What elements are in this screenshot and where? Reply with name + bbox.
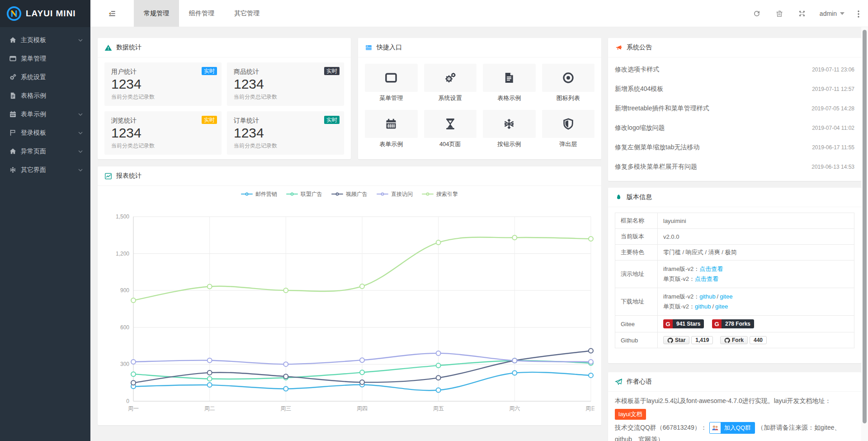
report-line-chart: 03006009001,2001,500周一周二周三周四周五周六周日	[104, 202, 594, 415]
shield-icon	[562, 118, 575, 130]
tab-general-manage[interactable]: 常规管理	[134, 0, 179, 27]
card-title: 数据统计	[116, 43, 142, 52]
author-line: 技术交流QQ群（667813249）：加入QQ群（加群请备注来源：如gitee、…	[615, 422, 854, 441]
svg-text:周二: 周二	[204, 405, 215, 412]
quick-menu-manage[interactable]: 菜单管理	[365, 64, 418, 104]
more-menu-icon[interactable]	[855, 9, 862, 18]
quick-popup-layer[interactable]: 弹出层	[542, 110, 595, 151]
quick-grid: 菜单管理 系统设置 表格示例 图标列表 表单示例 404页面	[358, 57, 601, 157]
announcements-header: 系统公告	[608, 38, 861, 57]
sidebar-item-label: 其它界面	[21, 166, 78, 174]
legend-item[interactable]: 联盟广告	[286, 190, 322, 198]
tab-component-manage[interactable]: 组件管理	[179, 0, 224, 27]
gitee-logo-icon: G	[663, 319, 673, 328]
card-title: 版本信息	[627, 193, 652, 201]
github-star-button[interactable]: Star	[663, 336, 689, 344]
version-row-value: v2.0.0	[658, 229, 854, 245]
stat-value: 1234	[234, 125, 337, 141]
sidebar-item-login-template[interactable]: 登录模板	[0, 123, 90, 142]
main-content: 数据统计 用户统计 1234 当前分类总记录数 实时 商品统计 1234 当前分…	[90, 27, 868, 441]
sidebar-item-table-demo[interactable]: 表格示例	[0, 86, 90, 105]
demo-iframe-link[interactable]: 点击查看	[699, 266, 723, 272]
caret-down-icon	[840, 12, 844, 15]
layui-logo-icon	[6, 6, 22, 21]
version-header: 版本信息	[608, 188, 861, 207]
announcement-item[interactable]: 新增系统404模板 2019-07-11 12:57	[615, 79, 854, 99]
announcement-item[interactable]: 新增treetable插件和菜单管理样式 2019-07-05 14:28	[615, 99, 854, 118]
legend-item[interactable]: 搜索引擎	[422, 190, 458, 198]
sidebar: LAYUI MINI 主页模板 菜单管理 系统设置 表格示例 表单示例 登录模板	[0, 0, 90, 441]
username: admin	[820, 10, 837, 17]
window-icon	[385, 71, 397, 84]
refresh-icon[interactable]	[753, 9, 761, 18]
join-qq-group-badge[interactable]: 加入QQ群	[709, 422, 755, 434]
sidebar-item-menu-manage[interactable]: 菜单管理	[0, 49, 90, 68]
quick-form-demo[interactable]: 表单示例	[365, 110, 418, 151]
sidebar-item-other-ui[interactable]: 其它界面	[0, 161, 90, 179]
stat-label: 用户统计	[111, 67, 215, 76]
github-star-count[interactable]: 1,419	[691, 336, 713, 344]
announcement-item[interactable]: 修改选项卡样式 2019-07-11 23:06	[615, 60, 854, 79]
snowflake-icon	[9, 166, 17, 174]
user-menu[interactable]: admin	[820, 10, 844, 17]
svg-text:900: 900	[120, 287, 129, 294]
hourglass-icon	[444, 118, 457, 130]
stat-desc: 当前分类总记录数	[111, 92, 215, 101]
version-row-label: Gitee	[615, 316, 658, 332]
card-title: 快捷入口	[377, 43, 402, 52]
stats-grid: 用户统计 1234 当前分类总记录数 实时 商品统计 1234 当前分类总记录数…	[98, 57, 351, 160]
stat-label: 浏览统计	[111, 116, 215, 125]
tab-other-manage[interactable]: 其它管理	[224, 0, 269, 27]
announcement-item[interactable]: 修复左侧菜单缩放tab无法移动 2019-06-17 11:55	[615, 138, 854, 157]
download-github-link[interactable]: github	[699, 293, 715, 300]
clear-cache-icon[interactable]	[775, 9, 783, 18]
github-fork-button[interactable]: Fork	[720, 336, 748, 344]
announcements-card: 系统公告 修改选项卡样式 2019-07-11 23:06 新增系统404模板 …	[608, 38, 861, 181]
sidebar-item-label: 系统设置	[21, 73, 83, 81]
legend-item[interactable]: 直接访问	[377, 190, 413, 198]
quick-table-demo[interactable]: 表格示例	[483, 64, 536, 104]
version-table: 框架名称 layuimini 当前版本 v2.0.0 主要特色 零门槛 / 响应…	[615, 213, 854, 348]
quick-404-page[interactable]: 404页面	[424, 110, 477, 151]
fullscreen-icon[interactable]	[798, 9, 806, 18]
qq-group-icon	[710, 422, 721, 433]
announcement-item[interactable]: 修复多模块菜单栏展开有问题 2019-06-13 14:53	[615, 157, 854, 176]
version-row-label: Github	[615, 332, 658, 348]
svg-text:0: 0	[126, 398, 129, 404]
legend-item[interactable]: 视频广告	[331, 190, 368, 198]
sidebar-item-label: 菜单管理	[21, 55, 83, 63]
octocat-icon	[724, 337, 730, 343]
author-line: 本模板基于layui2.5.4以及font-awesome-4.7.0进行实现。…	[615, 395, 854, 407]
sidebar-item-form-demo[interactable]: 表单示例	[0, 105, 90, 123]
stat-desc: 当前分类总记录数	[234, 92, 337, 101]
sidebar-toggle-button[interactable]	[90, 0, 134, 27]
sidebar-item-system-settings[interactable]: 系统设置	[0, 68, 90, 86]
sidebar-item-home-template[interactable]: 主页模板	[0, 31, 90, 49]
chevron-down-icon	[78, 167, 83, 173]
download-gitee-link[interactable]: gitee	[715, 303, 728, 310]
svg-text:周三: 周三	[280, 405, 291, 412]
github-fork-count[interactable]: 440	[750, 336, 767, 344]
data-stats-card: 数据统计 用户统计 1234 当前分类总记录数 实时 商品统计 1234 当前分…	[98, 38, 351, 159]
header-tabs: 常规管理 组件管理 其它管理	[134, 0, 269, 27]
svg-text:周六: 周六	[509, 405, 520, 412]
legend-item[interactable]: 邮件营销	[241, 190, 277, 198]
gitee-stars-badge[interactable]: G941 Stars	[663, 319, 704, 328]
download-github-link[interactable]: github	[695, 303, 711, 310]
layui-doc-badge[interactable]: layui文档	[615, 409, 646, 420]
app-logo: LAYUI MINI	[0, 0, 90, 27]
gitee-forks-badge[interactable]: G278 Forks	[712, 319, 754, 328]
quick-system-settings[interactable]: 系统设置	[424, 64, 477, 104]
demo-spa-link[interactable]: 点击查看	[695, 275, 718, 282]
stat-desc: 当前分类总记录数	[234, 141, 337, 150]
status-badge: 实时	[324, 67, 340, 75]
download-gitee-link[interactable]: gitee	[720, 293, 732, 300]
scrollbar-thumb[interactable]	[863, 30, 867, 423]
status-badge: 实时	[202, 67, 217, 75]
announcement-item[interactable]: 修改logo缩放问题 2019-07-04 11:02	[615, 118, 854, 138]
quick-button-demo[interactable]: 按钮示例	[483, 110, 536, 151]
sidebar-item-error-pages[interactable]: 异常页面	[0, 142, 90, 161]
version-row-value: iframe版-v2：点击查看 单页版-v2：点击查看	[658, 261, 854, 288]
quick-icon-list[interactable]: 图标列表	[542, 64, 595, 104]
flag-icon	[9, 129, 17, 137]
